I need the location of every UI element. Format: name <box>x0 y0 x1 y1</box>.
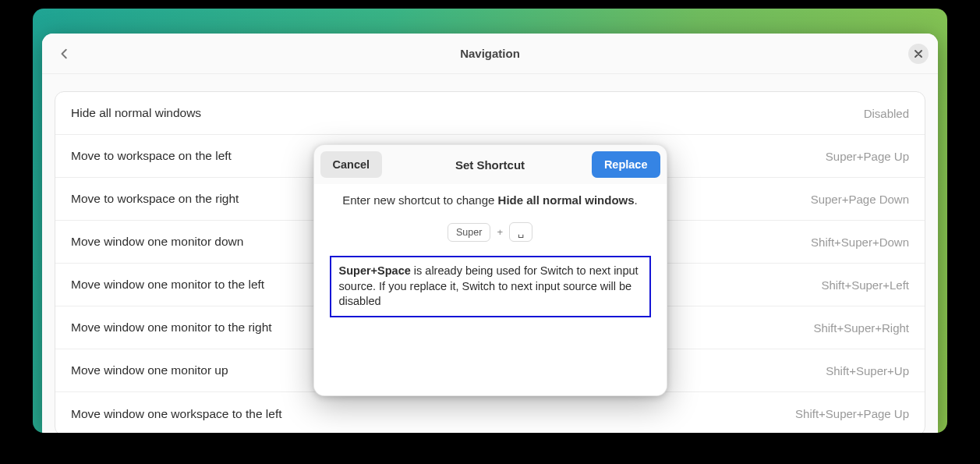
shortcut-value: Super+Page Down <box>811 193 909 206</box>
instruction-suffix: . <box>635 193 638 207</box>
key-super: Super <box>448 223 490 242</box>
shortcut-label: Hide all normal windows <box>71 106 201 120</box>
window-titlebar: Navigation <box>42 34 938 74</box>
shortcut-row[interactable]: Hide all normal windows Disabled <box>55 92 925 135</box>
key-space: ␣ <box>509 222 532 242</box>
wallpaper: Navigation Hide all normal windows Disab… <box>33 9 947 433</box>
settings-window: Navigation Hide all normal windows Disab… <box>42 34 938 433</box>
shortcut-label: Move to workspace on the left <box>71 149 232 163</box>
instruction-prefix: Enter new shortcut to change <box>342 193 497 207</box>
shortcut-label: Move window one monitor to the left <box>71 278 264 292</box>
back-button[interactable] <box>51 41 78 67</box>
shortcut-value: Shift+Super+Page Up <box>795 407 909 420</box>
warning-combo: Super+Space <box>339 264 411 277</box>
shortcut-value: Shift+Super+Up <box>826 364 909 377</box>
shortcut-value: Super+Page Up <box>826 150 909 163</box>
close-button[interactable] <box>908 44 929 64</box>
chevron-left-icon <box>59 48 70 59</box>
shortcut-label: Move window one workspace to the left <box>71 407 282 421</box>
shortcut-keys-display: Super + ␣ <box>330 222 651 242</box>
shortcut-label: Move window one monitor to the right <box>71 321 272 335</box>
cancel-button[interactable]: Cancel <box>320 151 383 178</box>
shortcut-label: Move window one monitor down <box>71 235 243 249</box>
shortcut-value: Shift+Super+Down <box>811 236 909 249</box>
shortcut-row[interactable]: Move window one workspace to the left Sh… <box>55 392 925 433</box>
set-shortcut-dialog: Cancel Set Shortcut Replace Enter new sh… <box>313 144 667 396</box>
page-title: Navigation <box>42 47 938 60</box>
key-plus: + <box>497 226 503 238</box>
dialog-instruction: Enter new shortcut to change Hide all no… <box>330 193 651 207</box>
replace-button[interactable]: Replace <box>592 151 660 178</box>
instruction-target: Hide all normal windows <box>498 193 635 207</box>
shortcut-value: Disabled <box>864 107 909 120</box>
close-icon <box>915 50 922 58</box>
shortcut-label: Move to workspace on the right <box>71 192 239 206</box>
shortcut-label: Move window one monitor up <box>71 363 228 377</box>
shortcut-value: Shift+Super+Right <box>813 321 909 335</box>
conflict-warning: Super+Space is already being used for Sw… <box>330 256 651 317</box>
shortcut-value: Shift+Super+Left <box>821 278 909 292</box>
desktop: Navigation Hide all normal windows Disab… <box>0 0 980 464</box>
dialog-header: Cancel Set Shortcut Replace <box>314 145 667 184</box>
dialog-body: Enter new shortcut to change Hide all no… <box>314 184 667 395</box>
